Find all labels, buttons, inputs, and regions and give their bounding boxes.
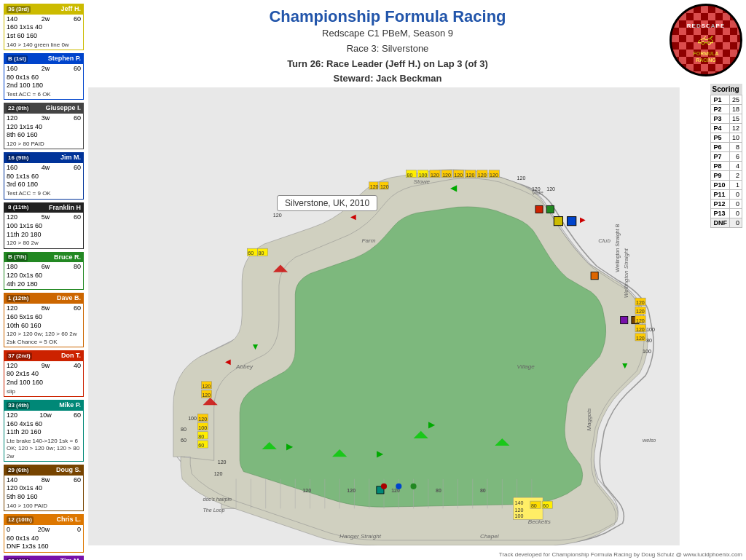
svg-text:▶: ▶ xyxy=(377,449,384,459)
svg-text:Club: Club xyxy=(598,237,610,244)
player-row1: 1806w80 xyxy=(7,263,81,272)
scoring-pts: 0 xyxy=(729,190,742,200)
player-badge: 22 (8th) xyxy=(7,105,30,112)
player-name: Jeff H. xyxy=(60,5,81,14)
svg-text:▶: ▶ xyxy=(286,441,294,451)
player-name: Stephen P. xyxy=(48,55,81,63)
player-note: Test ACC = 9 OK xyxy=(7,190,81,197)
player-row3: 8th 60 160 xyxy=(7,131,81,140)
player-name: Mike P. xyxy=(59,401,81,410)
player-note: Lte brake 140->120 1sk = 6 OK; 120 > 120… xyxy=(7,438,81,460)
player-badge: 33 (4th) xyxy=(7,558,30,560)
scoring-pos: DNF xyxy=(711,218,730,228)
scoring-pts: 0 xyxy=(729,200,742,209)
svg-rect-48 xyxy=(535,205,543,213)
scoring-pos: P5 xyxy=(711,133,730,143)
player-row2: 160 1x1s 40 xyxy=(7,23,81,32)
player-card: B (7th)Bruce R.1806w80120 0x1s 604th 20 … xyxy=(4,252,84,291)
svg-text:60: 60 xyxy=(248,251,254,256)
svg-text:120: 120 xyxy=(431,173,439,178)
player-name: Dave B. xyxy=(57,294,81,303)
player-card-body: 12010w60160 4x1s 6011th 20 160Lte brake … xyxy=(4,411,83,461)
svg-text:80: 80 xyxy=(407,173,412,178)
svg-text:120: 120 xyxy=(442,173,451,178)
player-card-body: 1208w60160 5x1s 6010th 60 160120 > 120 0… xyxy=(4,304,83,347)
player-row2: 160 4x1s 60 xyxy=(7,420,81,429)
player-card-header: 36 (3rd)Jeff H. xyxy=(4,4,83,15)
player-row1: 1209w40 xyxy=(7,362,81,371)
player-badge: 37 (2nd) xyxy=(7,352,32,360)
scoring-pts: 1 xyxy=(729,181,742,190)
svg-text:80: 80 xyxy=(436,488,441,494)
player-card-header: 1 (12th)Dave B. xyxy=(4,293,83,304)
player-card-body: 1408w60120 0x1s 405th 80 160140 > 100 PA… xyxy=(4,476,83,510)
scoring-pos: P4 xyxy=(711,124,730,133)
player-note: 120 > 80 PAID xyxy=(7,141,81,148)
player-badge: 16 (9th) xyxy=(7,154,30,162)
svg-point-131 xyxy=(411,484,417,489)
scoring-pos: P8 xyxy=(711,162,730,171)
footer: Track developed for Championship Formula… xyxy=(80,551,742,558)
svg-text:60: 60 xyxy=(543,503,549,509)
svg-text:Farm: Farm xyxy=(362,237,376,244)
player-row1: 1203w60 xyxy=(7,114,81,123)
race-info-line1: Redscape C1 PBeM, Season 9 xyxy=(117,26,659,42)
scoring-pos: P11 xyxy=(711,190,730,200)
player-row3: 1st 60 160 xyxy=(7,32,81,41)
player-row2: 80 2x1s 40 xyxy=(7,370,81,379)
player-card: 22 (8th)Giuseppe I.1203w60120 1x1s 408th… xyxy=(4,103,84,149)
svg-text:Village: Village xyxy=(517,363,535,370)
svg-text:120: 120 xyxy=(532,186,541,192)
player-note: slip xyxy=(7,388,81,395)
player-row3: DNF 1x3s 160 xyxy=(7,543,81,551)
player-row1: 020w0 xyxy=(7,526,81,535)
page-title: Championship Formula Racing xyxy=(117,7,659,26)
svg-text:Chapel: Chapel xyxy=(480,533,499,540)
scoring-pos: P1 xyxy=(711,95,730,105)
player-badge: 12 (10th) xyxy=(7,516,34,524)
player-card-body: 1604w6080 1x1s 603rd 60 180Test ACC = 9 … xyxy=(4,163,83,198)
svg-point-129 xyxy=(381,484,387,489)
svg-rect-45 xyxy=(554,217,562,226)
scoring-pts: 18 xyxy=(729,105,742,114)
player-row2: 120 0x1s 60 xyxy=(7,272,81,280)
svg-text:80: 80 xyxy=(198,434,204,440)
svg-point-130 xyxy=(396,484,401,489)
player-card: 1 (12th)Dave B.1208w60160 5x1s 6010th 60… xyxy=(4,293,84,347)
player-badge: 8 (11th) xyxy=(7,204,30,211)
left-panel: 36 (3rd)Jeff H.1402w60160 1x1s 401st 60 … xyxy=(4,4,84,560)
svg-text:100: 100 xyxy=(419,173,428,178)
scoring-pos: P13 xyxy=(711,209,730,218)
player-card-body: 1203w60120 1x1s 408th 60 160120 > 80 PAI… xyxy=(4,114,83,149)
svg-text:Wellington Straight: Wellington Straight xyxy=(623,248,629,298)
player-row1: 1402w60 xyxy=(7,15,81,24)
player-row3: 5th 80 160 xyxy=(7,493,81,502)
race-info-line4: Steward: Jack Beckman xyxy=(117,71,659,87)
scoring-pts: 0 xyxy=(729,209,742,218)
scoring-pts: 6 xyxy=(729,152,742,162)
svg-text:Maggots: Maggots xyxy=(586,409,592,431)
svg-text:120: 120 xyxy=(636,309,645,315)
player-row3: 2nd 100 180 xyxy=(7,82,81,90)
svg-text:80: 80 xyxy=(480,488,486,494)
svg-text:◀: ◀ xyxy=(225,358,231,366)
scoring-pos: P12 xyxy=(711,200,730,209)
player-row2: 120 0x1s 40 xyxy=(7,484,81,493)
player-badge: 36 (3rd) xyxy=(7,6,31,13)
svg-text:60: 60 xyxy=(198,443,204,449)
player-row3: 4th 20 180 xyxy=(7,280,81,289)
svg-text:120: 120 xyxy=(302,488,311,494)
scoring-pos: P2 xyxy=(711,105,730,114)
logo: REDSCAPE 🏎 FORMULARACING xyxy=(670,4,742,76)
player-row1: 1208w60 xyxy=(7,304,81,313)
page-header: Championship Formula Racing Redscape C1 … xyxy=(117,7,659,87)
track-area: 120 120 120 80 80 Hanger Straight Maggot… xyxy=(80,87,688,545)
player-card: B (1st)Stephen P.1602w6080 0x1s 602nd 10… xyxy=(4,53,84,100)
svg-text:▼: ▼ xyxy=(251,342,259,352)
player-badge: 29 (6th) xyxy=(7,467,30,474)
svg-text:◀: ◀ xyxy=(350,213,356,221)
player-badge: B (7th) xyxy=(7,253,28,261)
player-card: 33 (4th)Tim M.1206w60100 0x1s 407th 60 1… xyxy=(4,556,84,560)
svg-text:100: 100 xyxy=(198,425,207,431)
svg-text:60: 60 xyxy=(181,438,186,443)
